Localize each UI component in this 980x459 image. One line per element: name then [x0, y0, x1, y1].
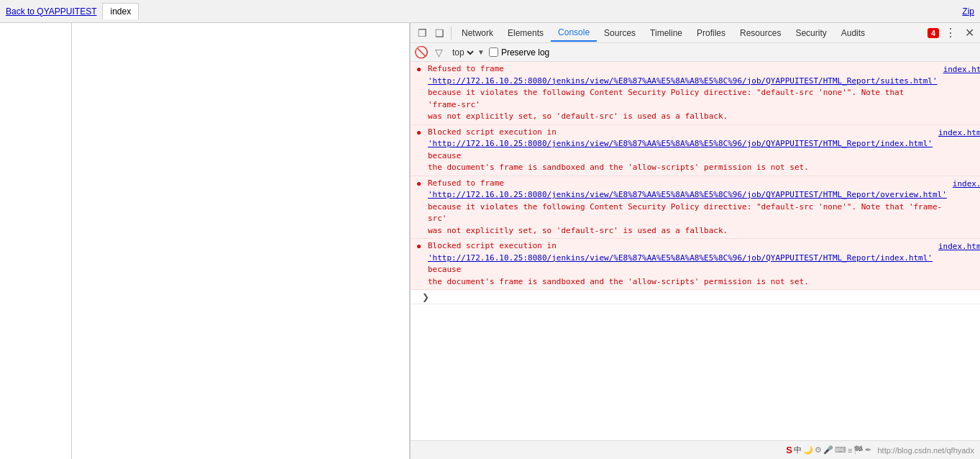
console-output: ● Refused to frame 'http://172.16.10.25:… [411, 62, 980, 440]
page-content [72, 23, 409, 459]
watermark-icon-mic: 🎤 [823, 445, 833, 455]
entry-link-4[interactable]: 'http://172.16.10.25:8080/jenkins/view/%… [428, 253, 933, 263]
console-entry-2: ● Blocked script execution in 'http://17… [411, 125, 980, 176]
tab-index[interactable]: index [102, 3, 139, 19]
watermark-icon-zh: 中 [794, 445, 802, 455]
main-area: ❐ ❑ Network Elements Console Sources Tim… [0, 23, 980, 459]
devtools-undock-btn[interactable]: ❑ [431, 25, 448, 41]
entry-location-2[interactable]: index.html:11 [938, 127, 980, 137]
bottom-bar: S 中 🌙 ⚙ 🎤 ⌨ ≡ 🏁 ✒ http://blog.csdn.net/q… [411, 440, 980, 459]
error-icon-4: ● [416, 241, 421, 251]
prompt-caret: ❯ [422, 292, 429, 302]
entry-content-2: Blocked script execution in 'http://172.… [428, 127, 933, 174]
devtools-nav: ❐ ❑ Network Elements Console Sources Tim… [411, 23, 980, 43]
error-badge: 4 [928, 28, 939, 38]
back-link[interactable]: Back to QYAPPUITEST [6, 6, 96, 17]
entry-location-4[interactable]: index.html:12 [938, 240, 980, 251]
preserve-log-label: Preserve log [501, 47, 549, 58]
left-sidebar [0, 23, 72, 459]
console-entry-1: ● Refused to frame 'http://172.16.10.25:… [411, 62, 980, 125]
preserve-log-checkbox[interactable] [489, 47, 498, 57]
entry-content-3: Refused to frame 'http://172.16.10.25:80… [428, 178, 947, 237]
error-icon-1: ● [416, 64, 421, 74]
preserve-log-wrap: Preserve log [489, 47, 549, 58]
zip-link[interactable]: Zip [962, 6, 974, 17]
tab-audits[interactable]: Audits [834, 25, 872, 41]
entry-location-3[interactable]: index.html:12 [953, 178, 980, 188]
page-area [0, 23, 410, 459]
watermark-icon-s: S [786, 445, 792, 455]
devtools-panel: ❐ ❑ Network Elements Console Sources Tim… [410, 23, 980, 459]
context-select[interactable]: top [449, 47, 476, 58]
entry-content-1: Refused to frame 'http://172.16.10.25:80… [428, 63, 938, 123]
console-entry-4: ● Blocked script execution in 'http://17… [411, 239, 980, 290]
tab-security[interactable]: Security [788, 25, 833, 41]
watermark-icon-input: ✒ [865, 445, 871, 455]
context-select-wrap: top ▼ [449, 47, 485, 58]
console-clear-btn[interactable]: 🚫 [415, 46, 428, 59]
devtools-nav-sep1 [451, 27, 452, 40]
tab-resources[interactable]: Resources [733, 25, 788, 41]
watermark-icon-moon: 🌙 [803, 445, 813, 455]
tab-sources[interactable]: Sources [597, 25, 643, 41]
devtools-nav-right: 4 ⋮ ✕ [928, 26, 977, 40]
entry-link-2[interactable]: 'http://172.16.10.25:8080/jenkins/view/%… [428, 139, 933, 148]
watermark-url: http://blog.csdn.net/qfhyadx [877, 446, 974, 455]
tab-console[interactable]: Console [551, 24, 597, 42]
error-icon-3: ● [416, 178, 421, 188]
tab-elements[interactable]: Elements [500, 25, 551, 41]
watermark-icon-dots: ⚙ [815, 445, 822, 455]
console-filter-btn[interactable]: ▽ [432, 46, 445, 59]
entry-content-4: Blocked script execution in 'http://172.… [428, 240, 933, 288]
context-dropdown-icon: ▼ [477, 48, 485, 56]
watermark-icon-kb: ⌨ [835, 445, 846, 455]
entry-link-3[interactable]: 'http://172.16.10.25:8080/jenkins/view/%… [428, 190, 947, 199]
tab-timeline[interactable]: Timeline [643, 25, 690, 41]
watermark-icon-flag: 🏁 [853, 445, 864, 455]
console-toolbar: 🚫 ▽ top ▼ Preserve log [411, 43, 980, 62]
tab-network[interactable]: Network [454, 25, 500, 41]
error-icon-2: ● [416, 127, 421, 137]
console-prompt: ❯ [411, 290, 980, 304]
devtools-dock-btn[interactable]: ❐ [413, 25, 431, 41]
tab-profiles[interactable]: Profiles [690, 25, 733, 41]
watermark-icons: S 中 🌙 ⚙ 🎤 ⌨ ≡ 🏁 ✒ [786, 445, 871, 455]
devtools-more-btn[interactable]: ⋮ [942, 26, 959, 40]
entry-location-1[interactable]: index.html:11 [943, 63, 980, 74]
browser-bar: Back to QYAPPUITEST index Zip [0, 0, 980, 23]
console-input[interactable] [432, 292, 974, 302]
entry-link-1[interactable]: 'http://172.16.10.25:8080/jenkins/view/%… [428, 76, 938, 86]
watermark-icon-more: ≡ [848, 446, 852, 455]
devtools-close-btn[interactable]: ✕ [962, 26, 977, 40]
console-entry-3: ● Refused to frame 'http://172.16.10.25:… [411, 176, 980, 240]
